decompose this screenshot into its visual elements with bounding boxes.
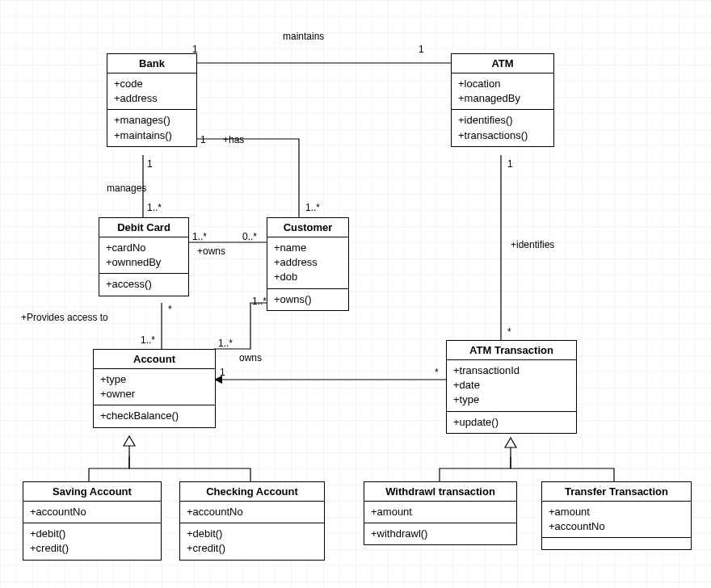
mult: 1..* bbox=[218, 338, 233, 349]
class-customer: Customer +name +address +dob +owns() bbox=[267, 217, 349, 311]
class-checking: Checking Account +accountNo +debit() +cr… bbox=[179, 481, 325, 561]
class-withdrawl: Withdrawl transaction +amount +withdrawl… bbox=[364, 481, 517, 545]
class-saving: Saving Account +accountNo +debit() +cred… bbox=[23, 481, 162, 561]
mult: 1..* bbox=[252, 296, 267, 307]
class-bank: Bank +code +address +manages() +maintain… bbox=[107, 53, 197, 147]
rel-manages: manages bbox=[107, 183, 146, 194]
class-account: Account +type +owner +checkBalance() bbox=[93, 349, 216, 428]
mult: 1..* bbox=[141, 334, 155, 346]
op-section: +manages() +maintains() bbox=[107, 110, 196, 145]
mult: 1 bbox=[507, 158, 513, 170]
mult: 1..* bbox=[192, 231, 207, 242]
rel-has: +has bbox=[223, 134, 244, 145]
mult: 1 bbox=[147, 158, 153, 170]
mult: 0..* bbox=[242, 231, 257, 242]
mult: 1 bbox=[200, 134, 206, 145]
attr-section: +code +address bbox=[107, 74, 196, 110]
rel-provides: +Provides access to bbox=[21, 312, 108, 323]
rel-owns-ca: owns bbox=[239, 352, 262, 363]
mult: * bbox=[507, 326, 511, 338]
mult: 1..* bbox=[147, 202, 162, 213]
mult: 1 bbox=[192, 44, 198, 55]
class-transfer: Transfer Transaction +amount +accountNo bbox=[541, 481, 692, 550]
rel-maintains: maintains bbox=[283, 31, 324, 42]
class-title: Bank bbox=[107, 54, 196, 74]
rel-owns-dc: +owns bbox=[197, 246, 225, 257]
class-debitcard: Debit Card +cardNo +ownnedBy +access() bbox=[99, 217, 189, 296]
rel-identifies: +identifies bbox=[511, 239, 554, 250]
mult: * bbox=[168, 304, 172, 315]
class-atm: ATM +location +managedBy +identifies() +… bbox=[451, 53, 554, 147]
mult: 1 bbox=[419, 44, 424, 55]
mult: 1..* bbox=[305, 202, 320, 213]
mult: 1 bbox=[220, 367, 225, 378]
class-atmtransaction: ATM Transaction +transactionId +date +ty… bbox=[446, 340, 577, 434]
mult: * bbox=[435, 367, 439, 378]
uml-diagram: Bank +code +address +manages() +maintain… bbox=[0, 0, 711, 588]
